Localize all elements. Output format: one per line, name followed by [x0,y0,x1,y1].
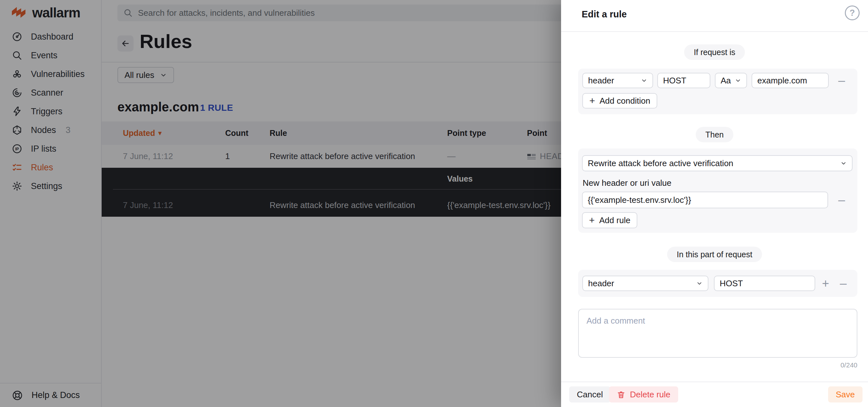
rule-type-select[interactable]: Rewrite attack before active verificatio… [582,155,852,171]
action-card: Rewrite attack before active verificatio… [578,148,857,233]
part-name-input[interactable] [714,275,815,291]
minus-icon: – [840,277,846,290]
condition-field-value: header [588,76,614,86]
cancel-button[interactable]: Cancel [569,386,611,403]
add-rule-label: Add rule [599,215,630,225]
save-button[interactable]: Save [828,386,863,403]
trash-icon [617,390,625,399]
edit-rule-panel: Edit a rule ? If request is header Aa – … [561,0,868,407]
remove-rule-button[interactable]: – [834,192,849,208]
chevron-down-icon [840,160,847,167]
condition-value-input[interactable] [751,73,829,88]
chevron-down-icon [641,77,647,84]
condition-card: header Aa – + Add condition [578,68,857,114]
part-field-select[interactable]: header [582,275,708,291]
add-rule-button[interactable]: + Add rule [582,212,637,228]
part-of-request-pill: In this part of request [667,246,762,262]
new-value-label: New header or uri value [583,178,672,188]
part-of-request-card: header + – [578,270,857,297]
help-icon[interactable]: ? [845,5,860,20]
case-sensitivity-value: Aa [721,76,731,86]
then-pill: Then [696,127,734,142]
char-counter: 0/240 [840,361,857,369]
remove-condition-button[interactable]: – [834,73,849,88]
add-condition-button[interactable]: + Add condition [582,93,657,109]
help-glyph: ? [850,8,855,18]
delete-rule-button[interactable]: Delete rule [609,386,678,403]
delete-rule-label: Delete rule [630,389,671,400]
comment-textarea[interactable] [578,309,857,358]
case-sensitivity-select[interactable]: Aa [715,73,747,88]
chevron-down-icon [735,77,741,84]
condition-field-select[interactable]: header [582,73,653,88]
plus-icon: + [589,215,595,226]
part-field-value: header [588,279,614,289]
remove-point-button[interactable]: – [836,275,851,291]
plus-icon: + [589,95,595,106]
panel-divider [561,31,868,32]
minus-icon: – [838,193,845,207]
rule-type-value: Rewrite attack before active verificatio… [588,158,733,168]
panel-title: Edit a rule [582,9,627,20]
minus-icon: – [838,74,845,88]
chevron-down-icon [696,280,703,287]
add-condition-label: Add condition [600,96,651,106]
if-request-is-pill: If request is [684,45,745,60]
panel-footer: Cancel Delete rule Save [561,382,868,407]
plus-icon: + [822,277,829,290]
condition-name-input[interactable] [657,73,710,88]
add-point-button[interactable]: + [818,275,833,291]
new-value-input[interactable] [582,192,828,208]
wallarm-app: wallarm Dashboard Events Vulnerabilities… [0,0,868,407]
